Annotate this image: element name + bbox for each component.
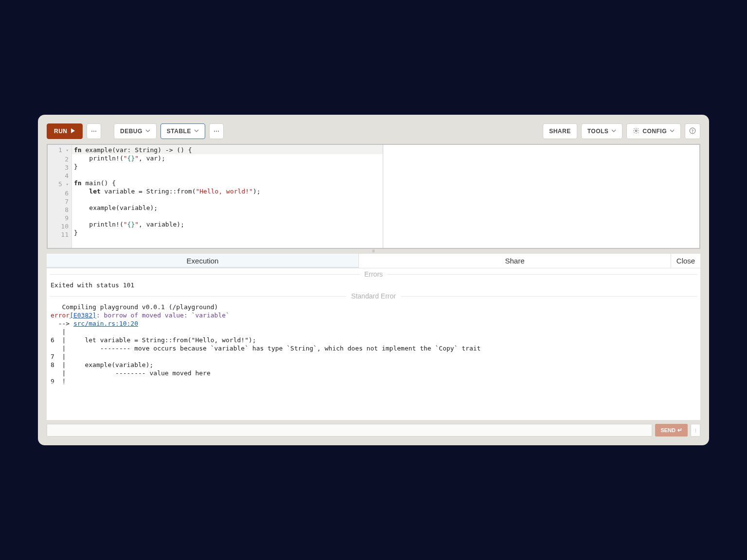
tools-label: TOOLS	[587, 128, 609, 135]
send-button[interactable]: SEND ↵	[655, 424, 688, 437]
errors-body: Exited with status 101	[47, 280, 700, 290]
resize-handle[interactable]: ⠿	[47, 250, 700, 254]
stderr-divider: Standard Error	[47, 290, 700, 302]
help-icon	[689, 127, 696, 136]
svg-point-2	[693, 132, 693, 133]
share-button[interactable]: SHARE	[543, 123, 577, 139]
tab-close[interactable]: Close	[671, 254, 700, 268]
code-content[interactable]: fn example(var: String) -> () { println!…	[72, 145, 383, 248]
channel-label: STABLE	[167, 128, 191, 135]
ellipsis-icon: ⋯	[91, 128, 97, 135]
channel-button[interactable]: STABLE	[160, 123, 205, 139]
editor-right-pane	[383, 145, 699, 248]
stdin-input[interactable]	[47, 424, 652, 437]
share-label: SHARE	[549, 128, 571, 135]
error-location-link[interactable]: src/main.rs:10:20	[73, 320, 138, 327]
run-button[interactable]: RUN	[47, 123, 83, 139]
debug-button[interactable]: DEBUG	[114, 123, 157, 139]
error-code-link[interactable]: [E0382]	[70, 312, 96, 319]
chevron-down-icon	[145, 128, 150, 135]
chevron-down-icon	[194, 128, 199, 135]
enter-icon: ↵	[677, 427, 682, 434]
chevron-down-icon	[670, 128, 675, 135]
line-gutter: 1 ▾ 2 3 4 5 ▾ 6 7 8 9 10 11	[48, 145, 72, 248]
config-button[interactable]: CONFIG	[626, 123, 681, 139]
ellipsis-icon: ⋯	[213, 128, 220, 135]
chevron-down-icon	[611, 128, 616, 135]
run-more-button[interactable]: ⋯	[87, 123, 102, 139]
run-label: RUN	[54, 128, 68, 135]
tab-execution[interactable]: Execution	[47, 254, 359, 268]
tools-button[interactable]: TOOLS	[581, 123, 623, 139]
toolbar: RUN ⋯ DEBUG STABLE ⋯ SHARE	[47, 123, 700, 139]
play-icon	[71, 128, 75, 135]
more-icon: ⁞	[695, 428, 696, 433]
send-label: SEND	[660, 427, 676, 433]
help-button[interactable]	[685, 123, 700, 139]
errors-label: Errors	[364, 270, 383, 278]
exit-status: Exited with status 101	[51, 281, 134, 289]
code-editor[interactable]: 1 ▾ 2 3 4 5 ▾ 6 7 8 9 10 11 fn example(v…	[47, 144, 700, 249]
stderr-label: Standard Error	[351, 292, 396, 300]
svg-point-0	[636, 130, 638, 132]
playground-window: RUN ⋯ DEBUG STABLE ⋯ SHARE	[38, 115, 709, 445]
stdin-bar: SEND ↵ ⁞	[47, 424, 700, 437]
mode-more-button[interactable]: ⋯	[209, 123, 224, 139]
config-label: CONFIG	[642, 128, 667, 135]
gear-icon	[633, 127, 640, 136]
errors-divider: Errors	[47, 268, 700, 280]
stderr-body: Compiling playground v0.0.1 (/playground…	[47, 302, 700, 386]
output-tabs: Execution Share Close	[47, 254, 700, 268]
output-panel: Execution Share Close Errors Exited with…	[47, 254, 700, 420]
debug-label: DEBUG	[120, 128, 142, 135]
stdin-more-button[interactable]: ⁞	[691, 424, 700, 437]
tab-share[interactable]: Share	[359, 254, 671, 268]
